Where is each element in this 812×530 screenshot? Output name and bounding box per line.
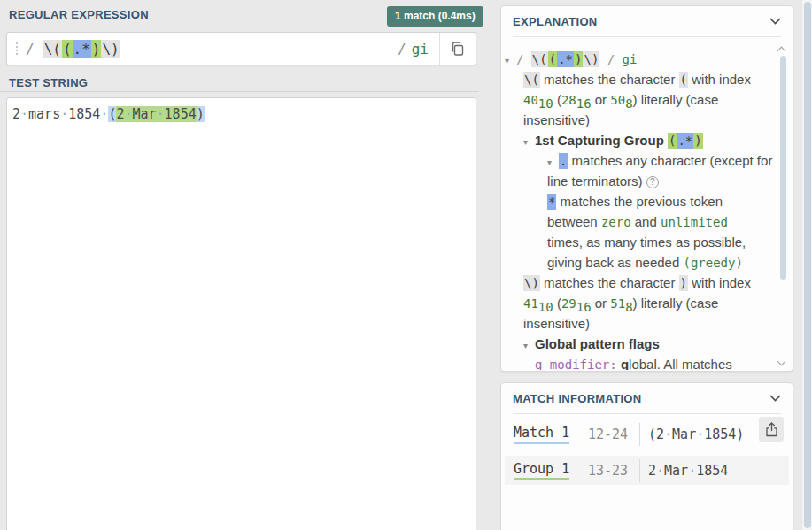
text-segment: (	[679, 72, 688, 88]
explanation-scrollbar[interactable]	[780, 56, 786, 280]
text-segment: 40	[523, 93, 538, 107]
explanation-panel: EXPLANATION ▾/ \((.*)\) / gi\( matches t…	[500, 5, 793, 372]
collapse-caret-icon[interactable]: ▾	[505, 50, 516, 71]
text-segment: \)	[583, 51, 599, 67]
text-segment: line terminators)	[547, 173, 646, 188]
text-segment: Global pattern flags	[535, 336, 660, 351]
section-divider	[0, 91, 479, 92]
explanation-line: times, as many times as possible,	[501, 232, 793, 252]
text-segment: \(	[531, 51, 548, 67]
text-segment: 50	[610, 93, 625, 107]
explanation-line: \( matches the character ( with index	[501, 69, 793, 89]
page-scrollbar[interactable]	[801, 0, 812, 530]
collapse-caret-icon[interactable]: ▾	[523, 335, 535, 356]
text-segment: ·	[60, 106, 68, 122]
text-segment: *	[547, 194, 556, 210]
text-segment: ·	[688, 463, 696, 479]
explanation-line: 4010 (2816 or 508) literally (case	[501, 89, 793, 110]
match-info-panel: MATCH INFORMATION Match 112-24(2·Mar·185…	[500, 382, 793, 530]
text-segment: lobal. All matches	[629, 357, 732, 370]
regex-flags-area[interactable]: / gi	[398, 41, 429, 58]
text-segment: )	[693, 133, 702, 149]
text-segment: insensitive)	[523, 316, 590, 331]
regex-input[interactable]: / \((.*)\) / gi	[6, 32, 476, 65]
text-segment: .*	[73, 40, 91, 58]
help-icon: ?	[646, 176, 659, 188]
regex-pattern[interactable]: \((.*)\)	[43, 41, 120, 58]
text-segment: matches the previous token	[556, 194, 723, 209]
regex-open-delimiter: /	[26, 41, 35, 58]
explanation-line: ▾. matches any character (except for	[501, 150, 793, 171]
text-segment: 2	[648, 463, 656, 479]
match-info-row[interactable]: Match 112-24(2·Mar·1854)	[505, 419, 789, 449]
text-segment: g	[621, 357, 629, 370]
text-segment: ·	[157, 106, 165, 122]
text-segment: 51	[610, 296, 625, 311]
regex-close-delimiter: /	[398, 41, 406, 58]
text-segment: )	[679, 275, 688, 291]
copy-icon	[450, 41, 466, 57]
text-segment: .*	[557, 51, 574, 67]
text-segment: 8	[625, 300, 632, 314]
text-segment: Mar	[672, 426, 696, 442]
match-count-badge: 1 match (0.4ms)	[387, 6, 483, 27]
text-segment: )	[574, 51, 583, 67]
match-info-row[interactable]: Group 113-232·Mar·1854	[505, 456, 789, 485]
explanation-line: \) matches the character ) with index	[501, 273, 793, 293]
text-segment: unlimited	[661, 215, 728, 229]
text-segment: .	[559, 153, 568, 169]
text-segment: (	[648, 426, 656, 442]
explanation-line: 4110 (2916 or 518) literally (case	[501, 293, 793, 313]
explanation-line: ▾Global pattern flags	[501, 334, 793, 354]
text-segment: 29	[561, 296, 576, 311]
match-info-title: MATCH INFORMATION	[513, 392, 641, 405]
text-segment: )	[736, 426, 744, 442]
text-segment: gi	[623, 52, 638, 66]
text-segment: (	[668, 133, 677, 149]
header-divider	[513, 36, 781, 37]
text-segment: ·	[20, 106, 28, 122]
text-segment: 10	[538, 96, 553, 111]
text-segment: .*	[677, 133, 693, 149]
match-label: Match 1	[514, 425, 569, 444]
text-segment: times, as many times as possible,	[547, 234, 746, 250]
text-segment: 2	[656, 426, 664, 442]
text-segment: with index	[688, 72, 751, 87]
match-range: 13-23	[588, 463, 639, 479]
text-segment: g modifier:	[535, 357, 617, 370]
text-segment: matches the character	[540, 72, 679, 87]
match-info-rows: Match 112-24(2·Mar·1854)Group 113-232·Ma…	[501, 414, 793, 485]
explanation-line: * matches the previous token	[501, 191, 793, 211]
explanation-line: g modifier: global. All matches	[501, 354, 793, 370]
text-segment: 2	[12, 106, 20, 122]
text-segment: \)	[523, 275, 540, 291]
collapse-caret-icon[interactable]: ▾	[547, 152, 559, 173]
chevron-down-icon[interactable]	[769, 18, 781, 25]
copy-button[interactable]	[440, 41, 476, 57]
drag-handle-icon[interactable]	[16, 42, 18, 55]
test-string-editor[interactable]: 2·mars·1854·(2·Mar·1854)	[6, 97, 476, 530]
explanation-header: EXPLANATION	[501, 6, 793, 36]
chevron-down-icon[interactable]	[769, 395, 781, 402]
explanation-line: line terminators) ?	[501, 171, 793, 191]
text-segment: with index	[688, 275, 751, 290]
text-segment: 28	[561, 93, 576, 107]
text-segment: \(	[43, 40, 62, 58]
regex-flags[interactable]: gi	[412, 41, 429, 58]
text-segment: ) literally (case	[633, 92, 719, 107]
text-segment: 1854	[696, 463, 728, 479]
text-segment: (	[548, 51, 557, 67]
export-matches-button[interactable]	[759, 417, 784, 442]
text-segment: ·	[656, 463, 664, 479]
text-segment: ) literally (case	[633, 296, 719, 311]
text-segment: 1854	[68, 106, 100, 122]
text-segment: /	[516, 52, 531, 66]
explanation-line: insensitive)	[501, 313, 793, 334]
text-segment: 41	[523, 296, 538, 311]
text-segment: 1st Capturing Group	[535, 133, 668, 148]
collapse-caret-icon[interactable]: ▾	[523, 132, 535, 152]
page-scrollbar-thumb[interactable]	[804, 2, 811, 528]
text-segment: (greedy)	[683, 256, 742, 270]
text-segment: mars	[28, 106, 60, 122]
text-segment: ·	[696, 426, 704, 442]
